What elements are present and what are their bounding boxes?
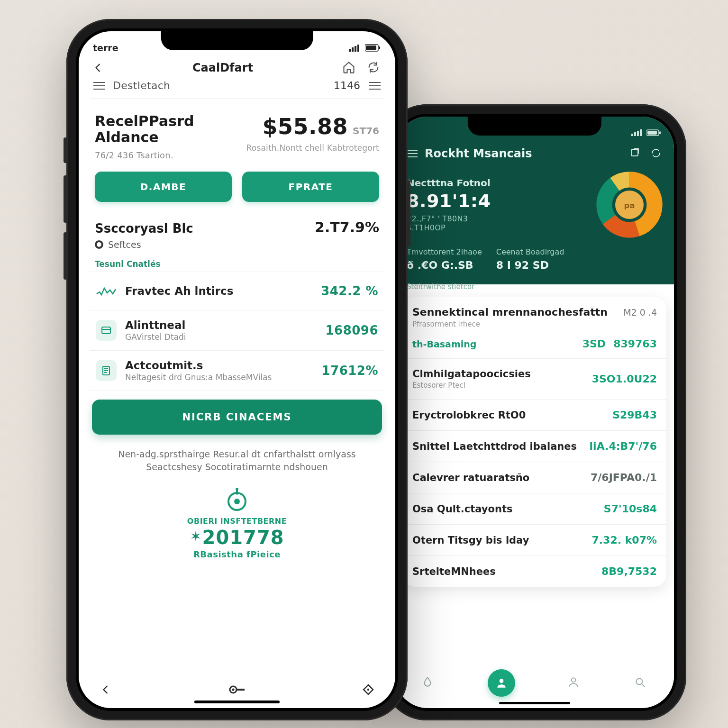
svg-rect-0 <box>349 49 351 52</box>
svg-rect-38 <box>631 149 638 156</box>
badge-code: ✶201778 <box>79 527 395 548</box>
svg-rect-3 <box>357 45 359 52</box>
list-item[interactable]: SrtelteMNhees 8B9,7532 <box>403 556 666 587</box>
row-value: 17612% <box>321 364 378 378</box>
mini-label: Tesunl Cnatlés <box>79 257 395 269</box>
home-indicator <box>194 701 280 703</box>
notch <box>161 31 313 50</box>
svg-rect-33 <box>647 131 657 135</box>
list-item[interactable]: Fravtec Ah lntircs 342.2 % <box>90 272 384 310</box>
section-chip: Steitrwithe stietcor <box>407 282 474 291</box>
app-title: Rockht Msancais <box>425 147 532 160</box>
button-label: D.AMBE <box>140 181 187 192</box>
section-percent: 2.T7.9% <box>315 219 379 236</box>
row-title: Osa Qult.ctayonts <box>412 503 512 515</box>
svg-point-46 <box>572 678 576 682</box>
list-item[interactable]: Otern Titsgy bis lday 7.32. k07% <box>403 525 666 556</box>
row-value: 7.32. k07% <box>592 534 657 546</box>
row-title: Clmhilgatapoocicsies <box>412 368 531 380</box>
row-value: 168096 <box>325 323 378 337</box>
filter-radio[interactable]: Seftces <box>79 237 395 257</box>
nav-profile-icon[interactable] <box>567 676 582 690</box>
nav-search-icon[interactable] <box>634 676 648 690</box>
back-icon[interactable] <box>93 63 103 73</box>
row-value: 342.2 % <box>321 284 378 298</box>
bottom-nav <box>395 666 674 700</box>
nav-back-icon[interactable] <box>98 682 114 698</box>
nav-water-icon[interactable] <box>421 676 436 690</box>
card-title: Sennektincal mrennanochesfattn <box>412 306 608 318</box>
row-value: S29B43 <box>612 409 657 421</box>
svg-line-48 <box>642 684 644 686</box>
primary-button-left[interactable]: D.AMBE <box>95 172 232 202</box>
donut-chart: pa <box>596 172 663 238</box>
summary-subtext: 22.,F7° ' T80N3 <box>407 214 588 223</box>
balance-subtext: Rosaith.Nontt chell Kabtrotegort <box>246 143 379 153</box>
row-title: Calevrer ratuaratsño <box>412 472 529 483</box>
dashboard-header: Rockht Msancais Nectttna Fotnol 8.91'1:4… <box>395 117 674 284</box>
row-value: liA.4:B7'/76 <box>590 440 657 452</box>
menu-icon[interactable] <box>407 149 418 158</box>
refresh-icon[interactable] <box>367 61 381 75</box>
col-value: ð .€O G:.SB <box>407 259 482 271</box>
svg-point-20 <box>234 499 240 504</box>
card-first-row[interactable]: th-Basaming 3SD 839763 <box>403 334 666 359</box>
subtitle: Destletach <box>113 80 170 91</box>
svg-rect-5 <box>366 46 376 50</box>
nav-fab-button[interactable] <box>488 669 515 697</box>
battery-icon <box>365 44 381 52</box>
side-button <box>407 180 410 246</box>
phone-frame-right: Rockht Msancais Nectttna Fotnol 8.91'1:4… <box>383 104 686 720</box>
badge-eyebrow: OBIERI INSFTETBERNE <box>79 517 395 526</box>
balance-label: RecelPPasrd <box>95 114 194 129</box>
row-title: Fravtec Ah lntircs <box>125 285 233 297</box>
svg-rect-30 <box>637 131 639 136</box>
home-icon[interactable] <box>342 61 356 75</box>
signal-icon <box>631 129 643 136</box>
side-button <box>64 137 67 163</box>
row-title: th-Basaming <box>412 339 476 349</box>
svg-rect-25 <box>236 689 245 691</box>
row-title: Otern Titsgy bis lday <box>412 535 529 546</box>
svg-rect-13 <box>102 327 110 334</box>
refresh-icon[interactable] <box>650 147 663 160</box>
list-item[interactable]: Alinttneal GAVirstel Dtadi 168096 <box>90 310 384 350</box>
share-icon[interactable] <box>629 147 642 160</box>
menu-icon[interactable] <box>93 81 105 91</box>
list-item[interactable]: ClmhilgatapoocicsiesEstosorer Ptecl 3SO1… <box>403 359 666 400</box>
primary-button-right[interactable]: FPRATE <box>242 172 379 202</box>
row-value: S7'10s84 <box>604 503 657 515</box>
list-item[interactable]: Actcoutmit.s Neltagesit drd Gnus:a Mbass… <box>90 350 384 391</box>
app-title: CaalDfart <box>192 61 253 74</box>
bottom-nav <box>79 682 395 698</box>
list-item[interactable]: Osa Qult.ctayonts S7'10s84 <box>403 493 666 525</box>
row-title: Alinttneal <box>125 319 186 331</box>
nav-diamond-icon[interactable] <box>360 682 376 698</box>
notch <box>468 117 601 136</box>
radio-icon <box>95 240 103 249</box>
list: Fravtec Ah lntircs 342.2 % Alinttneal GA… <box>79 269 395 391</box>
spark-icon <box>96 281 117 301</box>
summary-label: Nectttna Fotnol <box>407 177 588 189</box>
header-number: 1146 <box>334 80 360 91</box>
svg-point-27 <box>367 689 369 691</box>
list-item[interactable]: Eryctrolobkrec RtO0 S29B43 <box>403 400 666 431</box>
footnote-line: Nen-adg.sprsthairge Resur.al dt cnfartha… <box>107 448 367 461</box>
section-title: Ssccoryasl Blc <box>95 221 193 236</box>
summary-amount: 8.91'1:4 <box>407 191 588 211</box>
cta-button[interactable]: NICRB CINACEMS <box>92 400 382 435</box>
nav-key-icon[interactable] <box>229 682 245 698</box>
row-value: 839763 <box>613 338 657 350</box>
list-item[interactable]: Calevrer ratuaratsño 7/6JFPA0./1 <box>403 462 666 493</box>
svg-point-22 <box>236 488 238 491</box>
row-subtitle: Neltagesit drd Gnus:a MbasseMVilas <box>125 373 272 382</box>
svg-rect-31 <box>640 129 642 136</box>
balance-label: Aldance <box>95 129 194 146</box>
target-icon <box>224 487 250 514</box>
balance-block: RecelPPasrd Aldance 76/2 436 Tsartion. $… <box>79 99 395 164</box>
menu-icon[interactable] <box>369 81 381 91</box>
summary-columns: Tmvottorent 2ihaoe ð .€O G:.SB Ceenat Bo… <box>395 246 674 275</box>
row-title: Snittel Laetchttdrod ibalanes <box>412 441 577 452</box>
card-icon <box>96 320 117 341</box>
list-item[interactable]: Snittel Laetchttdrod ibalanes liA.4:B7'/… <box>403 431 666 462</box>
